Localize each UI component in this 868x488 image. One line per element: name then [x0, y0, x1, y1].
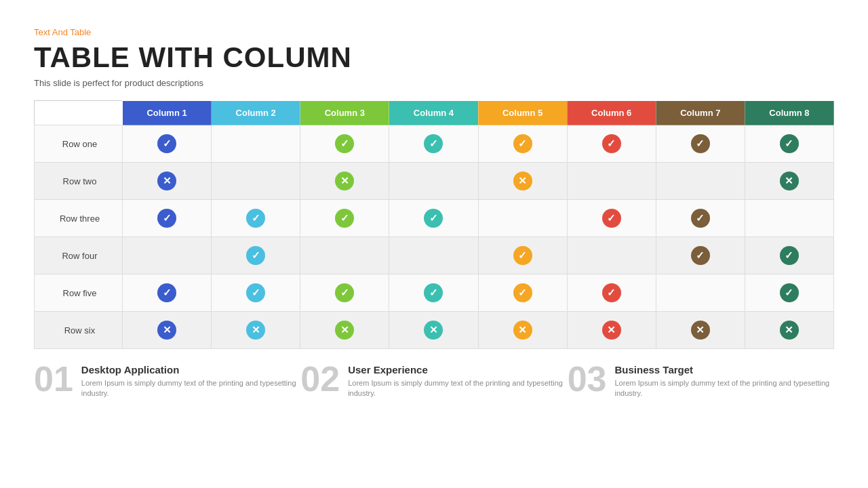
footer-item-1: 01Desktop ApplicationLorem Ipsum is simp…: [34, 364, 300, 399]
check-icon: [157, 209, 176, 228]
cross-icon: [335, 321, 354, 340]
cell-r1-c4: [389, 125, 478, 163]
check-icon: [602, 134, 621, 153]
footer-item-2: 02User ExperienceLorem Ipsum is simply d…: [300, 364, 567, 399]
cell-r1-c6: [567, 125, 656, 163]
cell-r5-c7: [656, 274, 745, 312]
column-header-1: Column 1: [123, 101, 212, 125]
cross-icon: [780, 321, 799, 340]
footer-description: Lorem Ipsum is simply dummy text of the …: [615, 378, 834, 399]
check-icon: [691, 209, 710, 228]
cell-r2-c6: [567, 163, 656, 200]
cell-r3-c4: [389, 200, 478, 237]
check-icon: [246, 246, 265, 265]
main-title: TABLE WITH COLUMN: [34, 41, 834, 74]
cross-icon: [602, 321, 621, 340]
cell-r3-c6: [567, 200, 656, 237]
cell-r4-c3: [300, 237, 389, 274]
column-header-6: Column 6: [567, 101, 656, 125]
main-table: Column 1Column 2Column 3Column 4Column 5…: [34, 100, 834, 349]
cell-r2-c7: [656, 163, 745, 200]
cell-r5-c6: [567, 274, 656, 312]
row-label: Row one: [35, 125, 123, 163]
cell-r6-c1: [123, 312, 212, 349]
column-header-7: Column 7: [656, 101, 745, 125]
cell-r4-c7: [656, 237, 745, 274]
table-row: Row five: [35, 274, 834, 312]
cross-icon: [246, 321, 265, 340]
cell-r6-c6: [567, 312, 656, 349]
check-icon: [513, 283, 532, 302]
cell-r6-c5: [478, 312, 567, 349]
cell-r2-c2: [212, 163, 300, 200]
cross-icon: [157, 171, 176, 190]
row-label: Row three: [35, 200, 123, 237]
cell-r1-c2: [212, 125, 300, 163]
cell-r1-c8: [745, 125, 833, 163]
check-icon: [157, 134, 176, 153]
cell-r6-c2: [212, 312, 300, 349]
column-header-8: Column 8: [745, 101, 833, 125]
cell-r5-c4: [389, 274, 478, 312]
cell-r6-c4: [389, 312, 478, 349]
table-row: Row four: [35, 237, 834, 274]
cell-r3-c2: [212, 200, 300, 237]
cell-r3-c5: [478, 200, 567, 237]
cell-r2-c1: [123, 163, 212, 200]
cell-r6-c3: [300, 312, 389, 349]
check-icon: [246, 209, 265, 228]
row-label: Row six: [35, 312, 123, 349]
footer: 01Desktop ApplicationLorem Ipsum is simp…: [34, 364, 834, 399]
table-row: Row one: [35, 125, 834, 163]
check-icon: [780, 283, 799, 302]
column-header-3: Column 3: [300, 101, 389, 125]
cell-r3-c1: [123, 200, 212, 237]
cell-r6-c8: [745, 312, 833, 349]
cell-r2-c4: [389, 163, 478, 200]
cell-r3-c7: [656, 200, 745, 237]
cell-r2-c5: [478, 163, 567, 200]
cell-r1-c1: [123, 125, 212, 163]
check-icon: [513, 134, 532, 153]
footer-description: Lorem Ipsum is simply dummy text of the …: [348, 378, 567, 399]
cell-r1-c3: [300, 125, 389, 163]
cell-r1-c7: [656, 125, 745, 163]
check-icon: [424, 209, 443, 228]
footer-item-3: 03Business TargetLorem Ipsum is simply d…: [568, 364, 834, 399]
check-icon: [780, 246, 799, 265]
check-icon: [602, 283, 621, 302]
footer-title: User Experience: [348, 364, 567, 375]
cell-r4-c4: [389, 237, 478, 274]
table-row: Row three: [35, 200, 834, 237]
cell-r4-c6: [567, 237, 656, 274]
cross-icon: [780, 171, 799, 190]
check-icon: [335, 209, 354, 228]
check-icon: [691, 134, 710, 153]
check-icon: [780, 134, 799, 153]
column-header-5: Column 5: [478, 101, 567, 125]
check-icon: [602, 209, 621, 228]
cell-r5-c3: [300, 274, 389, 312]
slide: Text And Table TABLE WITH COLUMN This sl…: [0, 0, 868, 488]
cross-icon: [513, 321, 532, 340]
footer-description: Lorem Ipsum is simply dummy text of the …: [81, 378, 300, 399]
cross-icon: [424, 321, 443, 340]
cell-r4-c5: [478, 237, 567, 274]
table-wrap: Column 1Column 2Column 3Column 4Column 5…: [34, 100, 834, 349]
subtitle: Text And Table: [34, 27, 834, 37]
cross-icon: [691, 321, 710, 340]
row-label: Row two: [35, 163, 123, 200]
cross-icon: [513, 171, 532, 190]
cell-r5-c8: [745, 274, 833, 312]
footer-title: Desktop Application: [81, 364, 300, 375]
cross-icon: [157, 321, 176, 340]
description: This slide is perfect for product descri…: [34, 78, 834, 88]
cell-r2-c3: [300, 163, 389, 200]
footer-number: 02: [300, 361, 340, 396]
cross-icon: [335, 171, 354, 190]
footer-number: 01: [34, 361, 73, 396]
check-icon: [424, 283, 443, 302]
check-icon: [691, 246, 710, 265]
column-header-2: Column 2: [212, 101, 300, 125]
table-row: Row six: [35, 312, 834, 349]
